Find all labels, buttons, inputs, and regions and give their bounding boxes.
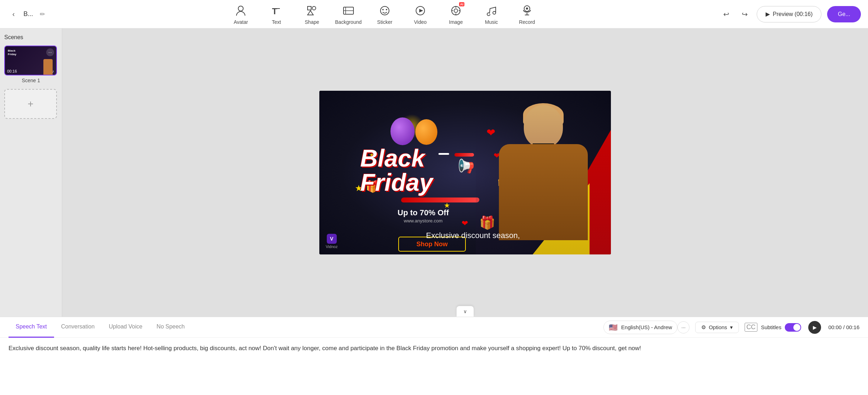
image-icon: AI (449, 4, 463, 18)
shape-icon (305, 4, 319, 18)
tool-shape[interactable]: Shape (299, 4, 324, 25)
preview-label: Preview (00:16) (773, 11, 813, 17)
tool-text[interactable]: T Text (264, 4, 289, 25)
tab-speech-text[interactable]: Speech Text (9, 317, 54, 338)
more-dots-icon: ··· (681, 325, 686, 330)
swoosh-deco-1 (401, 197, 479, 202)
toolbar-tools: Avatar T Text Shape (59, 4, 709, 25)
generate-button[interactable]: Ge... (827, 6, 861, 22)
tool-music[interactable]: Music (479, 4, 504, 25)
play-icon: ▶ (813, 325, 817, 330)
tool-avatar[interactable]: Avatar (228, 4, 253, 25)
tool-background[interactable]: Background (335, 4, 362, 25)
text-label: Text (272, 19, 281, 25)
bottom-tabs: Speech Text Conversation Upload Voice No… (0, 317, 868, 338)
play-button[interactable]: ▶ (808, 321, 821, 334)
redo-button[interactable]: ↪ (738, 8, 751, 21)
svg-point-21 (526, 7, 528, 10)
exclusive-text: Exclusive discount season, (426, 231, 520, 240)
tool-video[interactable]: Video (408, 4, 433, 25)
shape-label: Shape (305, 19, 319, 25)
subtitles-area: CC Subtitles (745, 323, 802, 332)
toggle-knob (793, 324, 800, 331)
undo-button[interactable]: ↩ (720, 8, 733, 21)
person-head (524, 105, 563, 148)
music-icon (484, 4, 499, 18)
edit-title-button[interactable]: ✏ (37, 9, 48, 20)
image-label: Image (449, 19, 463, 25)
tab-upload-voice[interactable]: Upload Voice (102, 317, 149, 338)
offer-url: www.anystore.com (398, 218, 449, 223)
black-text: Black (360, 146, 433, 170)
svg-text:T: T (272, 6, 277, 16)
svg-marker-13 (419, 9, 423, 12)
scene-music-icon: ♪ (52, 69, 54, 73)
speech-text-content[interactable]: Exclusive discount season, quality life … (9, 343, 859, 353)
tab-conversation-label: Conversation (61, 323, 95, 330)
tool-image[interactable]: AI Image (443, 4, 468, 25)
tab-no-speech-label: No Speech (156, 323, 185, 330)
text-icon: T (269, 4, 283, 18)
language-selector[interactable]: 🇺🇸 English(US) - Andrew (603, 321, 677, 334)
svg-rect-3 (308, 6, 311, 10)
sticker-label: Sticker (377, 19, 393, 25)
toolbar: ‹ B... ✏ Avatar T Text (0, 0, 868, 28)
svg-point-15 (454, 9, 458, 12)
bottom-content: Exclusive discount season, quality life … (0, 338, 868, 395)
language-more-button[interactable]: ··· (677, 321, 689, 333)
svg-point-10 (382, 9, 384, 10)
record-label: Record (519, 19, 535, 25)
add-scene-icon: + (28, 98, 33, 110)
subtitles-cc-icon: CC (745, 323, 757, 332)
video-icon (413, 4, 427, 18)
scene-time: 00:16 (7, 69, 17, 73)
tab-conversation[interactable]: Conversation (54, 317, 102, 338)
background-label: Background (335, 19, 362, 25)
record-icon (520, 4, 534, 18)
subtitles-label: Subtitles (761, 324, 782, 330)
scenes-title: Scenes (4, 34, 58, 41)
time-display: 00:00 / 00:16 (828, 324, 859, 330)
tab-speech-text-label: Speech Text (16, 323, 47, 330)
vidnoz-logo: V Vidnoz (326, 234, 337, 249)
preview-button[interactable]: ▶ Preview (00:16) (757, 6, 821, 22)
tab-upload-voice-label: Upload Voice (109, 323, 142, 330)
shop-now-label: Shop Now (416, 241, 448, 248)
vidnoz-v-icon: V (327, 234, 337, 244)
tool-sticker[interactable]: Sticker (372, 4, 397, 25)
generate-label: Ge... (838, 11, 850, 17)
scene-1-thumb[interactable]: BlackFriday 00:16 ♪ ··· (4, 46, 57, 75)
scene-menu-button[interactable]: ··· (46, 48, 54, 56)
swoosh-deco-2 (454, 153, 474, 157)
subtitles-toggle[interactable] (785, 323, 801, 332)
tool-record[interactable]: Record (515, 4, 539, 25)
sticker-icon (378, 4, 392, 18)
person-body (499, 144, 588, 240)
balloon-orange (415, 119, 437, 145)
collapse-button[interactable]: ∨ (457, 306, 474, 317)
ai-badge: AI (459, 2, 464, 6)
toolbar-left: ‹ B... ✏ (7, 8, 48, 21)
options-selector[interactable]: ⚙ Options ▾ (695, 322, 739, 333)
main-canvas[interactable]: ★ ★ ★ ❤ ❤ ❤ 🎁 🎁 🎁 📢 (319, 91, 611, 254)
back-button[interactable]: ‹ (7, 8, 20, 21)
scene-1-label: Scene 1 (4, 78, 58, 83)
megaphone-deco: 📢 (458, 158, 475, 174)
project-name: B... (23, 10, 33, 18)
canvas-wrapper: ★ ★ ★ ❤ ❤ ❤ 🎁 🎁 🎁 📢 (62, 28, 868, 317)
avatar-label: Avatar (234, 19, 248, 25)
dash-deco-1 (438, 153, 449, 155)
offer-headline: Up to 70% Off (398, 208, 449, 217)
svg-point-11 (386, 9, 387, 10)
options-chevron-icon: ▾ (730, 324, 733, 331)
canvas-area: ★ ★ ★ ❤ ❤ ❤ 🎁 🎁 🎁 📢 (62, 28, 868, 317)
main-area: Scenes BlackFriday 00:16 ♪ ··· Scene 1 + (0, 28, 868, 317)
language-label: English(US) - Andrew (621, 324, 672, 330)
tab-no-speech[interactable]: No Speech (149, 317, 192, 338)
bottom-panel: Speech Text Conversation Upload Voice No… (0, 317, 868, 395)
options-label: Options (709, 324, 727, 330)
balloon-purple (390, 117, 415, 145)
friday-text: Friday (360, 170, 433, 194)
options-sliders-icon: ⚙ (701, 324, 706, 331)
add-scene-button[interactable]: + (4, 89, 57, 119)
